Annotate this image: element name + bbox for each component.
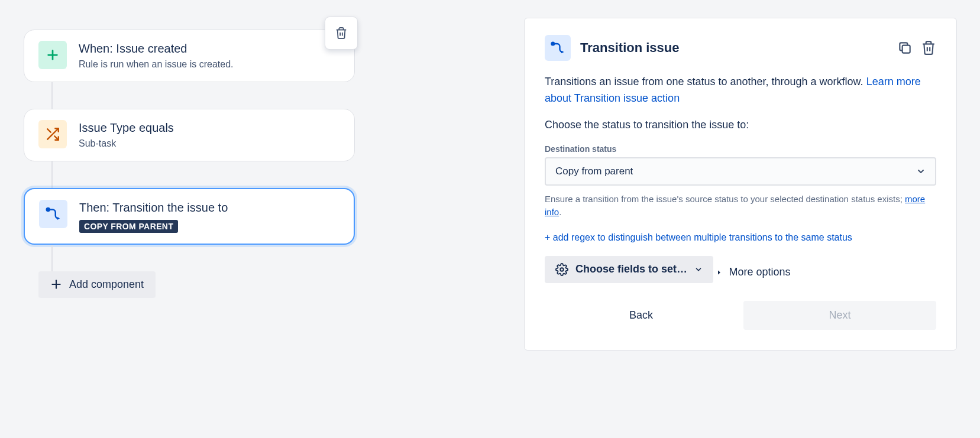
duplicate-icon[interactable] — [897, 40, 913, 56]
select-value: Copy from parent — [555, 166, 633, 177]
panel-title: Transition issue — [580, 40, 888, 56]
destination-status-label: Destination status — [545, 144, 936, 154]
destination-status-select[interactable]: Copy from parent — [545, 157, 936, 186]
condition-subtitle: Sub-task — [79, 138, 174, 150]
svg-line-4 — [47, 129, 50, 132]
plus-icon — [38, 41, 67, 69]
action-chip: COPY FROM PARENT — [79, 220, 178, 233]
transition-icon — [545, 35, 571, 61]
trigger-title: When: Issue created — [79, 41, 233, 56]
rule-builder: When: Issue created Rule is run when an … — [24, 30, 355, 298]
transition-icon — [39, 200, 67, 228]
more-options-toggle[interactable]: More options — [716, 266, 790, 278]
condition-title: Issue Type equals — [79, 120, 174, 135]
chevron-down-icon — [916, 167, 926, 176]
trigger-subtitle: Rule is run when an issue is created. — [79, 59, 233, 71]
shuffle-icon — [38, 120, 67, 148]
next-button[interactable]: Next — [743, 301, 936, 330]
trash-icon[interactable] — [921, 40, 936, 56]
chevron-down-icon — [694, 265, 703, 274]
choose-fields-label: Choose fields to set… — [575, 263, 687, 275]
trigger-card[interactable]: When: Issue created Rule is run when an … — [24, 30, 355, 82]
svg-point-10 — [560, 268, 564, 271]
choose-fields-button[interactable]: Choose fields to set… — [545, 256, 713, 283]
add-regex-link[interactable]: + add regex to distinguish between multi… — [545, 232, 936, 243]
svg-marker-11 — [718, 270, 720, 274]
back-button[interactable]: Back — [545, 301, 738, 330]
plus-icon — [50, 278, 62, 290]
gear-icon — [555, 263, 568, 276]
panel-prompt: Choose the status to transition the issu… — [545, 119, 936, 131]
trash-icon — [335, 26, 348, 40]
delete-rule-button[interactable] — [325, 17, 358, 50]
action-title: Then: Transition the issue to — [79, 200, 228, 215]
add-component-label: Add component — [69, 278, 144, 291]
svg-rect-9 — [903, 46, 910, 53]
more-options-label: More options — [729, 266, 790, 278]
action-card[interactable]: Then: Transition the issue to COPY FROM … — [24, 188, 355, 245]
condition-card[interactable]: Issue Type equals Sub-task — [24, 109, 355, 161]
chevron-right-icon — [716, 269, 723, 276]
add-component-button[interactable]: Add component — [38, 271, 156, 298]
helper-text: Ensure a transition from the issue's sou… — [545, 193, 936, 219]
panel-description: Transitions an issue from one status to … — [545, 74, 936, 107]
config-panel: Transition issue Transitions an issue fr… — [524, 18, 957, 351]
